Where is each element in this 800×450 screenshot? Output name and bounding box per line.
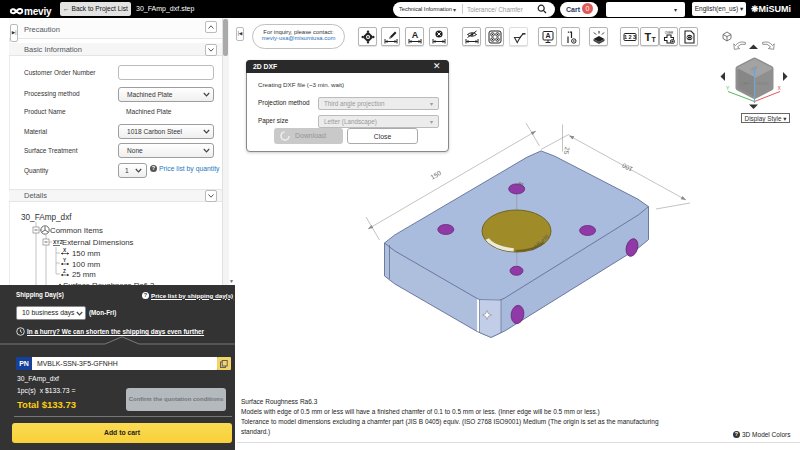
svg-text:X: X bbox=[778, 85, 782, 91]
svg-text:T: T bbox=[644, 30, 651, 42]
svg-text:A: A bbox=[545, 32, 550, 39]
svg-text:100: 100 bbox=[620, 162, 633, 173]
svg-text:150: 150 bbox=[429, 169, 442, 181]
svg-text:External Dimensions: External Dimensions bbox=[62, 238, 134, 247]
svg-text:A: A bbox=[412, 30, 419, 40]
svg-text:LEFT: LEFT bbox=[742, 82, 752, 86]
svg-text:T: T bbox=[651, 35, 656, 42]
svg-text:Y: Y bbox=[726, 85, 730, 91]
svg-text:25 mm: 25 mm bbox=[72, 270, 96, 279]
svg-text:FRONT: FRONT bbox=[757, 82, 770, 86]
svg-text:1 2 3: 1 2 3 bbox=[623, 34, 635, 40]
svg-text:ʻʻ: ʻʻ bbox=[568, 30, 572, 37]
svg-text:100 mm: 100 mm bbox=[72, 260, 100, 269]
svg-text:25: 25 bbox=[563, 146, 571, 155]
svg-text:Z: Z bbox=[63, 269, 66, 274]
svg-text:Common Items: Common Items bbox=[50, 226, 103, 235]
svg-text:OVER: OVER bbox=[665, 30, 674, 34]
svg-text:meviy: meviy bbox=[24, 6, 52, 17]
svg-text:150 mm: 150 mm bbox=[72, 249, 100, 258]
svg-text:Y: Y bbox=[63, 258, 67, 263]
svg-text:X: X bbox=[63, 248, 67, 253]
